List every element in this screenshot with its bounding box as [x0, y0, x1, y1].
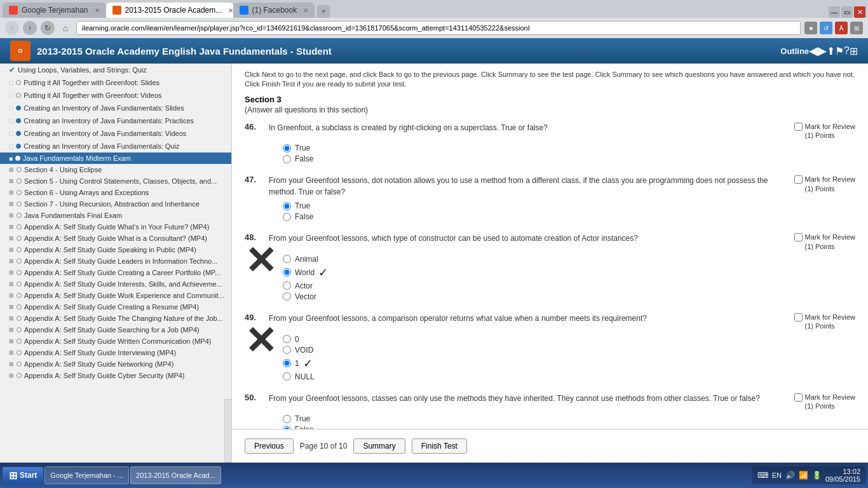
q49-option-null[interactable]: NULL	[283, 372, 855, 381]
q48-option-actor[interactable]: Actor	[283, 281, 855, 290]
sidebar-item-22[interactable]: ⊞ Appendix A: Self Study Guide Searching…	[0, 324, 231, 336]
q49-radio-0[interactable]	[283, 335, 291, 343]
q48-radio-animal[interactable]	[283, 255, 291, 263]
help-nav-button[interactable]: ?	[844, 45, 850, 57]
tab-facebook[interactable]: (1) Facebook ✕	[233, 3, 315, 18]
sidebar-item-15[interactable]: ⊞ Appendix A: Self Study Guide Speaking …	[0, 244, 231, 255]
q49-radio-null[interactable]	[283, 372, 291, 381]
q49-option-1[interactable]: 1 ✓	[283, 356, 855, 370]
sidebar-item-4[interactable]: □ Creating an Inventory of Java Fundamen…	[0, 114, 231, 127]
dot-17	[17, 270, 22, 275]
flag-nav-button[interactable]: ⚑	[835, 45, 844, 57]
sync-icon[interactable]: ↺	[820, 22, 832, 34]
adblock-icon[interactable]: A	[835, 22, 848, 34]
q50-option-false[interactable]: False	[283, 425, 855, 429]
tab-oracle[interactable]: 2013-2015 Oracle Academ... ✕	[106, 3, 233, 18]
tab-oracle-close[interactable]: ✕	[228, 7, 233, 14]
tray-battery-icon[interactable]: 🔋	[812, 471, 822, 480]
q46-mark-checkbox[interactable]	[794, 123, 803, 131]
taskbar-app-0[interactable]: Google Terjemahan - ...	[44, 466, 129, 484]
q48-radio-actor[interactable]	[283, 281, 291, 290]
q48-option-world[interactable]: World ✓	[283, 266, 855, 280]
sidebar-item-26[interactable]: ⊞ Appendix A: Self Study Guide Cyber Sec…	[0, 370, 231, 381]
refresh-button[interactable]: ↻	[41, 21, 55, 35]
q49-radio-1[interactable]	[283, 359, 291, 367]
new-tab-button[interactable]: +	[317, 5, 330, 18]
q48-radio-world[interactable]	[283, 268, 291, 276]
sidebar-item-20[interactable]: ⊞ Appendix A: Self Study Guide Creating …	[0, 301, 231, 313]
q49-option-void[interactable]: VOID	[283, 346, 855, 355]
sidebar-item-17[interactable]: ⊞ Appendix A: Self Study Guide Creating …	[0, 267, 231, 278]
lms-prev-button[interactable]: ◀	[809, 44, 818, 58]
address-bar[interactable]	[76, 21, 801, 35]
q49-mark-checkbox[interactable]	[794, 313, 803, 322]
ext-icon-1[interactable]: ⊞	[850, 22, 863, 34]
forward-button[interactable]: ›	[23, 21, 37, 35]
sidebar-item-19[interactable]: ⊞ Appendix A: Self Study Guide Work Expe…	[0, 290, 231, 301]
sidebar-item-24[interactable]: ⊞ Appendix A: Self Study Guide Interview…	[0, 347, 231, 358]
q49-radio-void[interactable]	[283, 346, 291, 354]
close-button[interactable]: ✕	[854, 6, 865, 18]
start-button[interactable]: ⊞ Start	[3, 467, 43, 484]
sidebar-item-2[interactable]: □ Putting it All Together with Greenfoot…	[0, 89, 231, 102]
finish-test-button[interactable]: Finish Test	[412, 438, 467, 454]
q50-mark-checkbox[interactable]	[794, 393, 803, 402]
taskbar-app-1[interactable]: 2013-2015 Oracle Acad...	[130, 466, 221, 484]
sidebar-item-23[interactable]: ⊞ Appendix A: Self Study Guide Written C…	[0, 336, 231, 347]
sidebar-item-11[interactable]: ⊞ Section 7 - Using Recursion, Abstracti…	[0, 198, 231, 210]
q50-radio-false[interactable]	[283, 426, 291, 429]
q50-radio-true[interactable]	[283, 415, 291, 423]
sidebar-item-14[interactable]: ⊞ Appendix A: Self Study Guide What is a…	[0, 233, 231, 244]
bookmark-nav-button[interactable]: ⬆	[827, 45, 835, 57]
sidebar-item-5[interactable]: □ Creating an Inventory of Java Fundamen…	[0, 127, 231, 140]
q49-option-0[interactable]: 0	[283, 335, 855, 344]
back-button[interactable]: ‹	[5, 21, 19, 35]
q47-radio-false[interactable]	[283, 213, 291, 221]
restore-button[interactable]: ▭	[841, 6, 853, 18]
tray-volume-icon[interactable]: 🔊	[785, 471, 795, 480]
sidebar-item-8[interactable]: ⊞ Section 4 - Using Eclipse	[0, 164, 231, 175]
previous-button[interactable]: Previous	[245, 438, 294, 454]
sidebar-item-10[interactable]: ⊞ Section 6 - Using Arrays and Exception…	[0, 187, 231, 198]
summary-button[interactable]: Summary	[353, 438, 405, 454]
expand-icon-23: ⊞	[9, 338, 14, 344]
q47-mark-checkbox[interactable]	[794, 175, 803, 184]
sidebar-item-6[interactable]: □ Creating an Inventory of Java Fundamen…	[0, 140, 231, 152]
sidebar-item-0[interactable]: ✔ Using Loops, Variables, and Strings: Q…	[0, 64, 231, 76]
tab-google-close[interactable]: ✕	[95, 7, 100, 14]
tray-network-icon[interactable]: 📶	[799, 471, 808, 480]
sidebar-item-18[interactable]: ⊞ Appendix A: Self Study Guide Interests…	[0, 278, 231, 290]
sidebar-label-17: Appendix A: Self Study Guide Creating a …	[24, 269, 220, 276]
sidebar-item-9[interactable]: ⊞ Section 5 - Using Control Statements, …	[0, 175, 231, 187]
q48-mark-checkbox[interactable]	[794, 233, 803, 241]
grid-nav-button[interactable]: ⊞	[850, 45, 858, 57]
q46-radio-false[interactable]	[283, 155, 291, 163]
sidebar-item-12[interactable]: ⊞ Java Fundamentals Final Exam	[0, 210, 231, 221]
sidebar-item-21[interactable]: ⊞ Appendix A: Self Study Guide The Chang…	[0, 313, 231, 324]
q48-radio-vector[interactable]	[283, 292, 291, 301]
sidebar-item-7[interactable]: ■ Java Fundamentals Midterm Exam	[0, 152, 231, 164]
q46-option-true[interactable]: True	[283, 144, 855, 152]
minimize-button[interactable]: —	[829, 6, 840, 18]
q47-option-true[interactable]: True	[283, 201, 855, 210]
q47-option-false[interactable]: False	[283, 212, 855, 221]
sidebar-item-1[interactable]: □ Putting it All Together with Greenfoot…	[0, 76, 231, 89]
sidebar-item-25[interactable]: ⊞ Appendix A: Self Study Guide Networkin…	[0, 358, 231, 370]
tray-keyboard-icon[interactable]: ⌨	[757, 471, 768, 480]
tab-google[interactable]: Google Terjemahan ✕	[3, 3, 106, 18]
sidebar-item-16[interactable]: ⊞ Appendix A: Self Study Guide Leaders i…	[0, 255, 231, 267]
q50-option-true[interactable]: True	[283, 414, 855, 423]
q46-option-false[interactable]: False	[283, 154, 855, 163]
q46-radio-true[interactable]	[283, 144, 291, 152]
q48-option-vector[interactable]: Vector	[283, 292, 855, 301]
lms-next-button[interactable]: ▶	[818, 44, 827, 58]
sidebar-scrollbar[interactable]	[224, 399, 232, 463]
sidebar-item-3[interactable]: □ Creating an Inventory of Java Fundamen…	[0, 102, 231, 114]
sidebar-item-13[interactable]: ⊞ Appendix A: Self Study Guide What's in…	[0, 221, 231, 233]
q48-option-animal[interactable]: Animal	[283, 255, 855, 264]
tab-facebook-close[interactable]: ✕	[303, 7, 308, 14]
bookmark-icon[interactable]: ★	[804, 22, 817, 34]
outline-button[interactable]: Outline	[780, 46, 809, 56]
q47-radio-true[interactable]	[283, 202, 291, 210]
home-button[interactable]: ⌂	[58, 21, 72, 35]
